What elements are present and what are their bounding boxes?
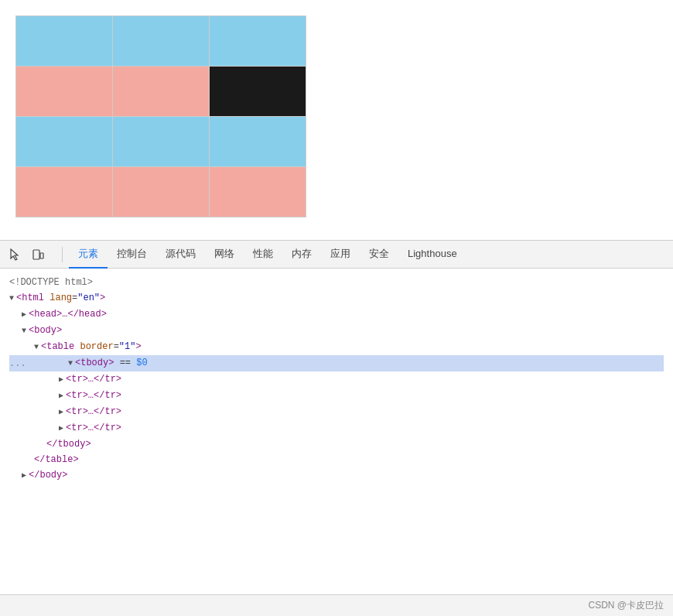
dom-line-body-partial[interactable]: </body> (9, 467, 664, 484)
dom-line-tbody-highlighted[interactable]: ... <tbody> == $0 (9, 355, 664, 371)
table-row (16, 67, 306, 117)
triangle-tr1 (59, 372, 63, 388)
devtools-toolbar: 元素 控制台 源代码 网络 性能 内存 应用 安全 Lighthouse (0, 241, 673, 269)
dom-line-html[interactable]: <html lang="en"> (9, 290, 664, 306)
tab-console[interactable]: 控制台 (108, 241, 156, 269)
cursor-icon[interactable] (6, 246, 23, 263)
dom-line-tr3[interactable]: <tr>…</tr> (9, 404, 664, 420)
triangle-html (9, 291, 14, 306)
tab-security[interactable]: 安全 (360, 241, 398, 269)
dollar-sign: $0 (136, 358, 147, 368)
tab-elements[interactable]: 元素 (69, 241, 108, 269)
tab-network[interactable]: 网络 (205, 241, 244, 269)
triangle-tr4 (59, 421, 63, 436)
table-row (16, 167, 306, 217)
table-cell (210, 16, 306, 67)
dom-line-table-close[interactable]: </table> (9, 452, 664, 467)
dom-line-table[interactable]: <table border="1"> (9, 339, 664, 355)
table-cell (16, 67, 113, 117)
table-cell (113, 117, 210, 167)
preview-area (0, 0, 673, 240)
dots-indicator: ... (9, 356, 25, 371)
triangle-body (22, 323, 26, 339)
toolbar-icons (6, 246, 46, 263)
dom-line-tr1[interactable]: <tr>…</tr> (9, 371, 664, 388)
table-cell (113, 16, 210, 67)
demo-table (15, 15, 306, 217)
doctype-text: <!DOCTYPE html> (9, 277, 93, 288)
dom-tree: <!DOCTYPE html> <html lang="en"> <head>…… (0, 269, 673, 594)
table-cell (113, 67, 210, 117)
dom-line-body[interactable]: <body> (9, 323, 664, 339)
tab-memory[interactable]: 内存 (282, 241, 321, 269)
table-row (16, 16, 306, 67)
triangle-tr3 (59, 405, 63, 420)
table-cell (16, 117, 113, 167)
triangle-table (34, 340, 39, 355)
dom-line-tbody-close[interactable]: </tbody> (9, 436, 664, 452)
tab-sources[interactable]: 源代码 (156, 241, 205, 269)
devtools-panel: 元素 控制台 源代码 网络 性能 内存 应用 安全 Lighthouse <!D… (0, 240, 673, 616)
svg-rect-0 (33, 250, 39, 259)
svg-rect-1 (40, 253, 43, 258)
triangle-body-close (22, 468, 26, 484)
dom-line-doctype[interactable]: <!DOCTYPE html> (9, 275, 664, 290)
table-cell (210, 117, 306, 167)
table-cell (113, 167, 210, 217)
table-cell (16, 167, 113, 217)
bottom-bar: CSDN @卡皮巴拉 (0, 594, 673, 616)
dom-line-tr2[interactable]: <tr>…</tr> (9, 388, 664, 404)
table-cell-black (210, 67, 306, 117)
toolbar-separator (62, 247, 63, 262)
table-row (16, 117, 306, 167)
tab-performance[interactable]: 性能 (244, 241, 282, 269)
dom-line-head[interactable]: <head>…</head> (9, 306, 664, 323)
table-cell (16, 16, 113, 67)
triangle-head (22, 307, 26, 323)
table-cell (210, 167, 306, 217)
tab-application[interactable]: 应用 (321, 241, 360, 269)
tab-lighthouse[interactable]: Lighthouse (398, 241, 466, 269)
triangle-tr2 (59, 388, 63, 404)
devtools-tabs: 元素 控制台 源代码 网络 性能 内存 应用 安全 Lighthouse (69, 241, 667, 269)
device-icon[interactable] (29, 246, 46, 263)
triangle-tbody (68, 356, 73, 371)
credit-text: CSDN @卡皮巴拉 (588, 599, 664, 612)
dom-line-tr4[interactable]: <tr>…</tr> (9, 420, 664, 436)
